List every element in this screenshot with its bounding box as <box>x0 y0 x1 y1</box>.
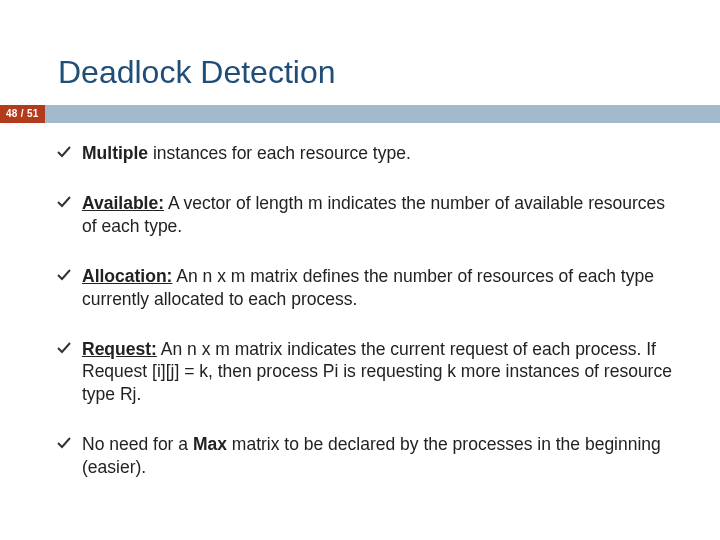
content-area: Multiple instances for each resource typ… <box>56 142 680 478</box>
slide: Deadlock Detection 48 / 51 Multiple inst… <box>0 0 720 540</box>
header-bar <box>0 105 720 123</box>
bullet-bold: Multiple <box>82 143 148 163</box>
check-icon <box>56 340 72 356</box>
bullet-request: Request: An n x m matrix indicates the c… <box>56 338 680 405</box>
check-icon <box>56 194 72 210</box>
bullet-label: Available: <box>82 193 164 213</box>
bullet-text: A vector of length m indicates the numbe… <box>82 193 665 235</box>
bullet-multiple: Multiple instances for each resource typ… <box>56 142 680 164</box>
bullet-bold: Max <box>193 434 227 454</box>
bullet-label: Request: <box>82 339 157 359</box>
bullet-available: Available: A vector of length m indicate… <box>56 192 680 237</box>
bullet-text: instances for each resource type. <box>148 143 411 163</box>
slide-title: Deadlock Detection <box>58 54 335 91</box>
page-counter: 48 / 51 <box>0 105 45 123</box>
bullet-no-max: No need for a Max matrix to be declared … <box>56 433 680 478</box>
check-icon <box>56 267 72 283</box>
bullet-text-pre: No need for a <box>82 434 193 454</box>
check-icon <box>56 435 72 451</box>
bullet-label: Allocation: <box>82 266 172 286</box>
check-icon <box>56 144 72 160</box>
bullet-allocation: Allocation: An n x m matrix defines the … <box>56 265 680 310</box>
bullet-text: An n x m matrix indicates the current re… <box>82 339 672 404</box>
